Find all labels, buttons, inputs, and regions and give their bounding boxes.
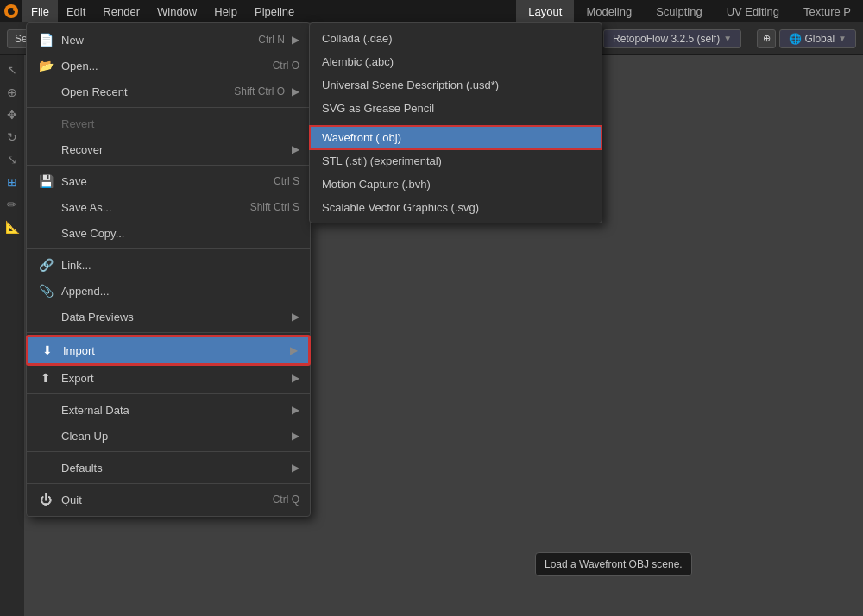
save-copy-label: Save Copy... (61, 227, 299, 240)
recover-icon (37, 141, 54, 158)
menu-edit[interactable]: Edit (58, 0, 94, 22)
top-menu-bar: File Edit Render Window Help Pipeline La… (0, 0, 863, 22)
alembic-label: Alembic (.abc) (322, 55, 589, 68)
menu-item-open-recent[interactable]: Open Recent Shift Ctrl O ▶ (27, 79, 310, 104)
clean-up-arrow: ▶ (292, 430, 299, 442)
quit-icon: ⏻ (37, 491, 54, 508)
save-as-icon (37, 198, 54, 216)
data-previews-icon (37, 308, 54, 325)
save-label: Save (61, 175, 274, 188)
import-svg-grease[interactable]: SVG as Grease Pencil (310, 97, 602, 120)
recover-arrow: ▶ (292, 143, 299, 155)
save-shortcut: Ctrl S (274, 175, 299, 187)
import-alembic[interactable]: Alembic (.abc) (310, 50, 602, 73)
menu-render[interactable]: Render (94, 0, 148, 22)
retopoflow-dropdown[interactable]: RetopoFlow 3.2.5 (self) ▼ (603, 29, 741, 48)
export-arrow: ▶ (292, 372, 299, 384)
import-collada[interactable]: Collada (.dae) (310, 27, 602, 50)
open-recent-shortcut: Shift Ctrl O (234, 85, 285, 97)
separator-3 (27, 248, 310, 249)
menu-item-append[interactable]: 📎 Append... (27, 278, 310, 304)
import-submenu: Collada (.dae) Alembic (.abc) Universal … (309, 22, 602, 223)
motion-capture-label: Motion Capture (.bvh) (322, 178, 589, 191)
usd-label: Universal Scene Description (.usd*) (322, 79, 589, 91)
menu-file[interactable]: File (22, 0, 58, 22)
sidebar-scale-tool[interactable]: ⤡ (3, 150, 22, 169)
tab-uv-editing[interactable]: UV Editing (715, 0, 791, 22)
import-svg[interactable]: Scalable Vector Graphics (.svg) (310, 196, 602, 219)
export-label: Export (61, 372, 285, 385)
global-dropdown[interactable]: 🌐 Global ▼ (779, 29, 856, 48)
revert-label: Revert (61, 117, 299, 130)
new-arrow: ▶ (292, 34, 299, 46)
quit-shortcut: Ctrl Q (273, 493, 299, 506)
separator-7 (27, 483, 310, 484)
menu-window[interactable]: Window (148, 0, 205, 22)
collada-label: Collada (.dae) (322, 32, 589, 45)
retopoflow-arrow: ▼ (723, 34, 732, 43)
menu-item-open[interactable]: 📂 Open... Ctrl O (27, 53, 310, 79)
import-label: Import (63, 344, 283, 357)
wavefront-label: Wavefront (.obj) (322, 131, 589, 144)
separator-1 (27, 107, 310, 108)
tooltip-text: Load a Wavefront OBJ scene. (545, 558, 683, 570)
menu-item-quit[interactable]: ⏻ Quit Ctrl Q (27, 487, 310, 512)
menu-item-clean-up[interactable]: Clean Up ▶ (27, 423, 310, 449)
menu-item-save-copy[interactable]: Save Copy... (27, 220, 310, 246)
tab-layout[interactable]: Layout (516, 0, 574, 22)
menu-item-save-as[interactable]: Save As... Shift Ctrl S (27, 194, 310, 220)
import-motion-capture[interactable]: Motion Capture (.bvh) (310, 173, 602, 196)
retopoflow-label: RetopoFlow 3.2.5 (self) (613, 33, 720, 45)
recover-label: Recover (61, 143, 285, 156)
open-recent-icon (37, 83, 54, 100)
import-wavefront[interactable]: Wavefront (.obj) (310, 126, 602, 149)
external-data-label: External Data (61, 404, 285, 417)
external-data-arrow: ▶ (292, 404, 299, 416)
import-arrow: ▶ (290, 344, 298, 356)
open-label: Open... (61, 60, 273, 72)
sidebar-rotate-tool[interactable]: ↻ (3, 128, 22, 147)
defaults-arrow: ▶ (292, 462, 299, 474)
menu-item-recover[interactable]: Recover ▶ (27, 136, 310, 162)
tab-modeling[interactable]: Modeling (574, 0, 644, 22)
menu-item-revert[interactable]: Revert (27, 110, 310, 136)
sidebar-move-tool[interactable]: ✥ (3, 105, 22, 124)
blender-logo[interactable] (0, 0, 22, 22)
defaults-icon (37, 459, 54, 476)
import-stl[interactable]: STL (.stl) (experimental) (310, 149, 602, 173)
import-separator (310, 123, 602, 123)
top-menu-items: File Edit Render Window Help Pipeline (22, 0, 303, 22)
import-usd[interactable]: Universal Scene Description (.usd*) (310, 73, 602, 97)
sidebar-measure-tool[interactable]: 📐 (3, 217, 22, 236)
tab-sculpting[interactable]: Sculpting (644, 0, 714, 22)
menu-item-save[interactable]: 💾 Save Ctrl S (27, 168, 310, 194)
orientation-icon[interactable]: ⊕ (757, 29, 776, 48)
sidebar-cursor-tool[interactable]: ⊕ (3, 83, 22, 102)
separator-5 (27, 393, 310, 394)
file-menu-dropdown: 📄 New Ctrl N ▶ 📂 Open... Ctrl O Open Rec… (26, 22, 311, 517)
menu-item-link[interactable]: 🔗 Link... (27, 252, 310, 278)
menu-item-data-previews[interactable]: Data Previews ▶ (27, 304, 310, 330)
save-as-label: Save As... (61, 201, 250, 214)
menu-item-import[interactable]: ⬇ Import ▶ (27, 336, 310, 365)
separator-2 (27, 165, 310, 166)
svg-point-2 (13, 8, 16, 11)
import-icon: ⬇ (39, 342, 56, 359)
sidebar-select-tool[interactable]: ↖ (3, 60, 22, 79)
menu-item-new[interactable]: 📄 New Ctrl N ▶ (27, 27, 310, 53)
save-icon: 💾 (37, 173, 54, 190)
sidebar-annotate-tool[interactable]: ✏ (3, 195, 22, 214)
left-sidebar: ↖ ⊕ ✥ ↻ ⤡ ⊞ ✏ 📐 (0, 55, 24, 616)
sidebar-transform-tool[interactable]: ⊞ (3, 173, 22, 192)
menu-help[interactable]: Help (205, 0, 246, 22)
link-label: Link... (61, 259, 299, 272)
menu-item-defaults[interactable]: Defaults ▶ (27, 455, 310, 481)
menu-pipeline[interactable]: Pipeline (246, 0, 303, 22)
menu-item-external-data[interactable]: External Data ▶ (27, 397, 310, 423)
tab-texture-paint[interactable]: Texture P (791, 0, 863, 22)
menu-item-export[interactable]: ⬆ Export ▶ (27, 365, 310, 391)
quit-label: Quit (61, 493, 273, 506)
save-as-shortcut: Shift Ctrl S (250, 201, 299, 213)
open-shortcut: Ctrl O (273, 60, 299, 72)
clean-up-label: Clean Up (61, 430, 285, 443)
